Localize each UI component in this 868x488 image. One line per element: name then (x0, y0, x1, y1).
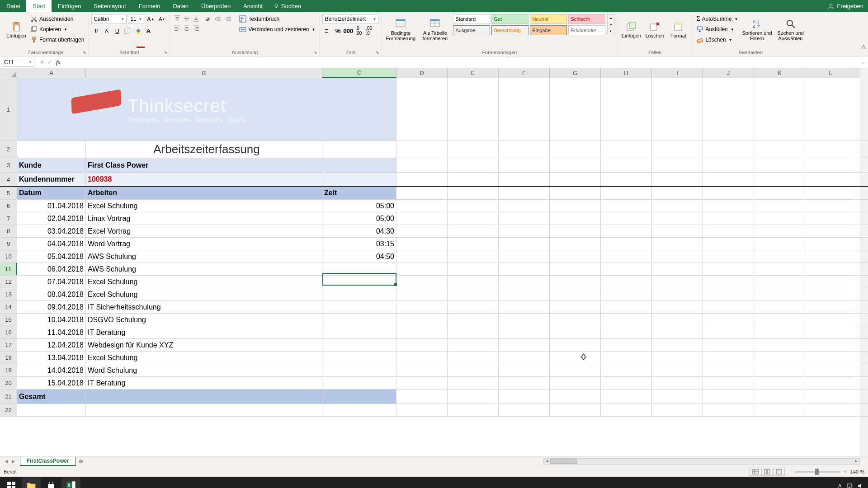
zoom-slider[interactable] (795, 471, 840, 473)
empty-cell[interactable] (499, 364, 550, 376)
tell-me-search[interactable]: Suchen (274, 0, 301, 12)
cell-zeit-header[interactable]: Zeit (322, 187, 396, 199)
delete-cells-button[interactable]: Löschen (644, 14, 665, 46)
clipboard-launcher[interactable]: ⬊ (82, 50, 87, 55)
file-explorer-task[interactable] (22, 478, 41, 488)
empty-cell[interactable] (601, 78, 652, 141)
empty-cell[interactable] (601, 326, 652, 338)
style-cell-7[interactable]: Erklärender … (568, 25, 605, 35)
font-size-combo[interactable]: 11▼ (128, 14, 144, 24)
empty-cell[interactable] (550, 276, 601, 288)
tab-view[interactable]: Ansicht (237, 0, 269, 12)
col-D-header[interactable]: D (396, 68, 448, 78)
empty-cell[interactable] (448, 212, 499, 225)
cell-kunde-value[interactable]: First Class Power (86, 158, 322, 172)
row-15-header[interactable]: 15 (0, 314, 17, 326)
empty-cell[interactable] (499, 173, 550, 186)
cell-task[interactable]: Excel Schulung (86, 352, 322, 364)
cell-task[interactable]: Excel Schulung (86, 200, 322, 212)
cut-button[interactable]: Ausschneiden (29, 14, 85, 24)
empty-cell[interactable] (703, 389, 754, 404)
cell-kundennummer-label[interactable]: Kundennummer (17, 173, 86, 186)
empty-cell[interactable] (396, 238, 448, 250)
empty-cell[interactable] (499, 339, 550, 351)
empty-cell[interactable] (754, 314, 805, 326)
cell-date[interactable]: 14.04.2018 (17, 364, 86, 376)
empty-cell[interactable] (499, 301, 550, 313)
empty-cell[interactable] (805, 301, 856, 313)
gallery-scroll[interactable]: ▲▼▾ (607, 14, 614, 35)
row-11-header[interactable]: 11 (0, 263, 17, 275)
empty-cell[interactable] (448, 78, 499, 141)
fx-icon[interactable]: fx (56, 59, 60, 66)
cell-date[interactable]: 08.04.2018 (17, 288, 86, 300)
align-right-button[interactable] (192, 23, 201, 33)
cell-time[interactable]: 05:00 (322, 212, 396, 225)
collapse-ribbon-button[interactable]: ᐱ (862, 44, 865, 50)
empty-cell[interactable] (601, 276, 652, 288)
zoom-in-button[interactable]: + (844, 469, 846, 474)
empty-cell[interactable] (550, 187, 601, 199)
insert-cells-button[interactable]: Einfügen (620, 14, 642, 46)
empty-cell[interactable] (499, 158, 550, 172)
empty-cell[interactable] (805, 404, 856, 416)
col-L-header[interactable]: L (805, 68, 856, 78)
empty-cell[interactable] (754, 339, 805, 351)
empty-cell[interactable] (754, 389, 805, 404)
empty-cell[interactable] (601, 339, 652, 351)
empty-cell[interactable] (754, 404, 805, 416)
empty-cell[interactable] (499, 200, 550, 212)
empty-cell[interactable] (703, 364, 754, 376)
normal-view-button[interactable] (750, 468, 761, 476)
empty-cell[interactable] (754, 377, 805, 389)
find-select-button[interactable]: Suchen und Auswählen (775, 14, 807, 46)
empty-cell[interactable] (550, 173, 601, 186)
empty-cell[interactable] (550, 238, 601, 250)
bold-button[interactable]: F (91, 26, 101, 36)
empty-cell[interactable] (805, 250, 856, 263)
worksheet-grid[interactable]: A B C D E F G H I J K L 123KundeFirst Cl… (0, 68, 868, 456)
empty-cell[interactable] (499, 78, 550, 141)
empty-cell[interactable] (550, 250, 601, 263)
empty-cell[interactable] (805, 288, 856, 300)
empty-cell[interactable] (754, 263, 805, 275)
cell-task[interactable]: Excel Schulung (86, 276, 322, 288)
empty-cell[interactable] (754, 288, 805, 300)
row-3-header[interactable]: 3 (0, 158, 17, 172)
empty-cell[interactable] (396, 339, 448, 351)
cell-task[interactable]: IT Sicherheitsschulung (86, 301, 322, 313)
empty-cell[interactable] (601, 187, 652, 199)
fill-button[interactable]: Ausfüllen▼ (695, 24, 739, 34)
empty-cell[interactable] (448, 326, 499, 338)
style-cell-2[interactable]: Neutral (530, 14, 567, 24)
empty-cell[interactable] (652, 250, 703, 263)
empty-cell[interactable] (601, 389, 652, 404)
empty-cell[interactable] (550, 301, 601, 313)
empty-cell[interactable] (703, 225, 754, 237)
conditional-formatting-button[interactable]: Bedingte Formatierung (384, 14, 417, 46)
share-button[interactable]: Freigeben (837, 3, 863, 9)
dec-decimal-button[interactable]: ,00,0 (364, 26, 374, 36)
volume-icon[interactable] (857, 483, 863, 488)
tray-chevron-icon[interactable]: ᐱ (838, 483, 842, 488)
empty-cell[interactable] (550, 364, 601, 376)
empty-cell[interactable] (448, 263, 499, 275)
font-launcher[interactable]: ⬊ (163, 50, 169, 55)
cell-time[interactable] (322, 326, 396, 338)
tab-file[interactable]: Datei (0, 0, 26, 12)
cell-time[interactable] (322, 339, 396, 351)
col-E-header[interactable]: E (448, 68, 499, 78)
empty-cell[interactable] (805, 173, 856, 186)
empty-cell[interactable] (499, 225, 550, 237)
empty-cell[interactable] (396, 389, 448, 404)
cell-task[interactable]: Excel Vortrag (86, 225, 322, 237)
empty-cell[interactable] (550, 377, 601, 389)
empty-cell[interactable] (550, 326, 601, 338)
empty-cell[interactable] (652, 187, 703, 199)
empty-cell[interactable] (550, 288, 601, 300)
empty-cell[interactable] (652, 301, 703, 313)
cell-arbeiten-header[interactable]: Arbeiten (86, 187, 322, 199)
wrap-text-button[interactable]: abcTextumbruch (238, 14, 316, 24)
row-16-header[interactable]: 16 (0, 326, 17, 338)
empty-cell[interactable] (703, 276, 754, 288)
